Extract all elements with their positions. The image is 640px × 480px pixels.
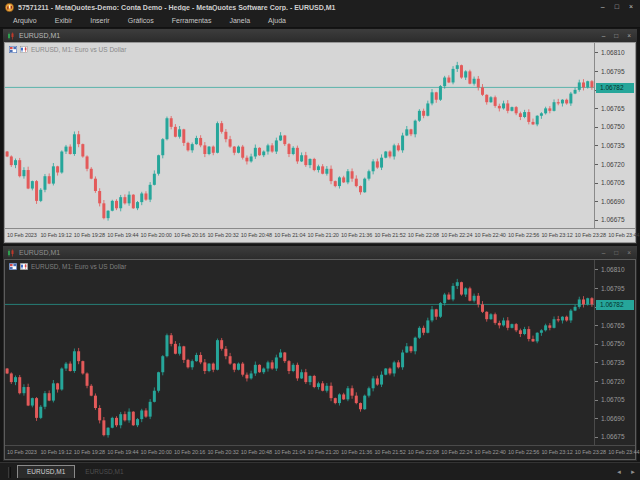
price-tick-label: 1.06690 [595,415,625,423]
menu-item-ferramentas[interactable]: Ferramentas [163,14,221,27]
time-label: 10 Feb 22:40 [475,232,506,238]
minimize-button[interactable]: – [601,2,605,12]
close-button[interactable]: × [627,31,631,40]
minimize-button[interactable]: – [602,248,606,257]
time-label: 10 Feb 21:36 [341,449,372,455]
chart-area[interactable]: EURUSD, M1: Euro vs US Dollar 1.068101.0… [4,42,636,243]
app-icon [5,3,14,12]
market-depth-icon[interactable] [9,46,17,53]
market-depth-icon[interactable] [9,263,17,270]
chart-window-light: EURUSD,M1 – □ × [3,29,637,244]
time-label: 10 Feb 23:12 [541,232,572,238]
time-label: 10 Feb 20:48 [241,232,272,238]
chart-tab-bar: EURUSD,M1 EURUSD,M1 ◄ ► [0,462,640,480]
price-tick-label: 1.06750 [595,340,625,348]
tab-bar-grip [8,467,11,478]
price-tick-label: 1.06675 [595,216,625,224]
price-tick-label: 1.06765 [595,105,625,113]
price-tick-label: 1.06810 [595,266,625,274]
mt5-application-window: 57571211 - MetaQuotes-Demo: Conta Demo -… [0,0,640,480]
time-label: 10 Feb 20:16 [174,232,205,238]
price-tick-label: 1.06735 [595,359,625,367]
menu-item-ajuda[interactable]: Ajuda [259,14,295,27]
time-label: 10 Feb 22:24 [441,449,472,455]
time-label: 10 Feb 21:52 [374,449,405,455]
main-title-bar: 57571211 - MetaQuotes-Demo: Conta Demo -… [0,0,640,14]
menu-item-exibir[interactable]: Exibir [46,14,82,27]
time-axis[interactable]: 10 Feb 202310 Feb 19:1210 Feb 19:2810 Fe… [5,228,635,242]
menu-item-arquivo[interactable]: Arquivo [4,14,46,27]
time-label: 10 Feb 23:28 [575,449,606,455]
time-label: 10 Feb 23:12 [541,449,572,455]
time-label: 10 Feb 20:48 [241,449,272,455]
close-button[interactable]: × [627,248,631,257]
tab-eurusd-m1-inactive[interactable]: EURUSD,M1 [75,465,133,478]
scroll-left-icon[interactable]: ◄ [616,468,622,476]
time-label: 10 Feb 22:08 [408,449,439,455]
time-label: 10 Feb 22:08 [408,232,439,238]
time-label: 10 Feb 19:44 [107,232,138,238]
tab-eurusd-m1-active[interactable]: EURUSD,M1 [17,465,75,478]
mdi-workspace: EURUSD,M1 – □ × [0,28,640,462]
main-window-controls: – □ × [601,2,633,12]
time-label: 10 Feb 2023 [7,449,37,455]
menu-bar: ArquivoExibirInserirGráficosFerramentasJ… [0,14,640,28]
time-label: 10 Feb 23:28 [575,232,606,238]
close-button[interactable]: × [629,2,633,12]
time-label: 10 Feb 21:20 [308,232,339,238]
time-label: 10 Feb 19:44 [107,449,138,455]
time-axis[interactable]: 10 Feb 202310 Feb 19:1210 Feb 19:2810 Fe… [5,445,635,459]
candlestick-plot [5,43,594,228]
menu-item-gráficos[interactable]: Gráficos [119,14,163,27]
maximize-button[interactable]: □ [614,248,618,257]
candlestick-chart-icon [7,32,15,40]
time-label: 10 Feb 22:56 [508,232,539,238]
price-tick-label: 1.06690 [595,198,625,206]
tab-scroll-arrows: ◄ ► [616,468,636,478]
time-label: 10 Feb 2023 [7,232,37,238]
symbol-description-label: EURUSD, M1: Euro vs US Dollar [31,46,126,53]
price-tick-label: 1.06720 [595,378,625,386]
chart-area[interactable]: EURUSD, M1: Euro vs US Dollar 1.068101.0… [4,259,636,460]
price-tick-label: 1.06795 [595,285,625,293]
time-label: 10 Feb 22:24 [441,232,472,238]
chart-window-title: EURUSD,M1 [19,32,602,39]
time-label: 10 Feb 21:20 [308,449,339,455]
price-tick-label: 1.06735 [595,142,625,150]
maximize-button[interactable]: □ [614,31,618,40]
price-tick-label: 1.06705 [595,396,625,404]
time-label: 10 Feb 19:28 [74,449,105,455]
price-tick-label: 1.06720 [595,161,625,169]
window-title: 57571211 - MetaQuotes-Demo: Conta Demo -… [18,4,601,11]
chart-window-dark: EURUSD,M1 – □ × [3,246,637,461]
time-label: 10 Feb 22:40 [475,449,506,455]
time-label: 10 Feb 19:12 [40,232,71,238]
price-tick-label: 1.06810 [595,49,625,57]
chart-window-title-bar[interactable]: EURUSD,M1 – □ × [3,246,637,259]
time-label: 10 Feb 23:44 [608,449,639,455]
time-label: 10 Feb 19:12 [40,449,71,455]
time-label: 10 Feb 20:00 [141,449,172,455]
time-label: 10 Feb 20:16 [174,449,205,455]
time-label: 10 Feb 22:56 [508,449,539,455]
price-tick-label: 1.06675 [595,433,625,441]
chart-overlay: EURUSD, M1: Euro vs US Dollar [9,46,126,53]
chart-window-title-bar[interactable]: EURUSD,M1 – □ × [3,29,637,42]
chart-mode-icon[interactable] [20,263,28,270]
plot-area[interactable]: EURUSD, M1: Euro vs US Dollar [5,260,594,445]
price-tick-label: 1.06750 [595,123,625,131]
price-axis[interactable]: 1.068101.067951.067801.067651.067501.067… [594,260,635,445]
menu-item-inserir[interactable]: Inserir [81,14,118,27]
minimize-button[interactable]: – [602,31,606,40]
chart-mode-icon[interactable] [20,46,28,53]
price-tick-label: 1.06705 [595,179,625,187]
chart-window-controls: – □ × [602,31,631,40]
price-axis[interactable]: 1.068101.067951.067801.067651.067501.067… [594,43,635,228]
scroll-right-icon[interactable]: ► [630,468,636,476]
price-tick-label: 1.06795 [595,68,625,76]
current-price-tag: 1.06782 [596,83,634,93]
plot-area[interactable]: EURUSD, M1: Euro vs US Dollar [5,43,594,228]
maximize-button[interactable]: □ [615,2,619,12]
symbol-description-label: EURUSD, M1: Euro vs US Dollar [31,263,126,270]
menu-item-janela[interactable]: Janela [220,14,259,27]
